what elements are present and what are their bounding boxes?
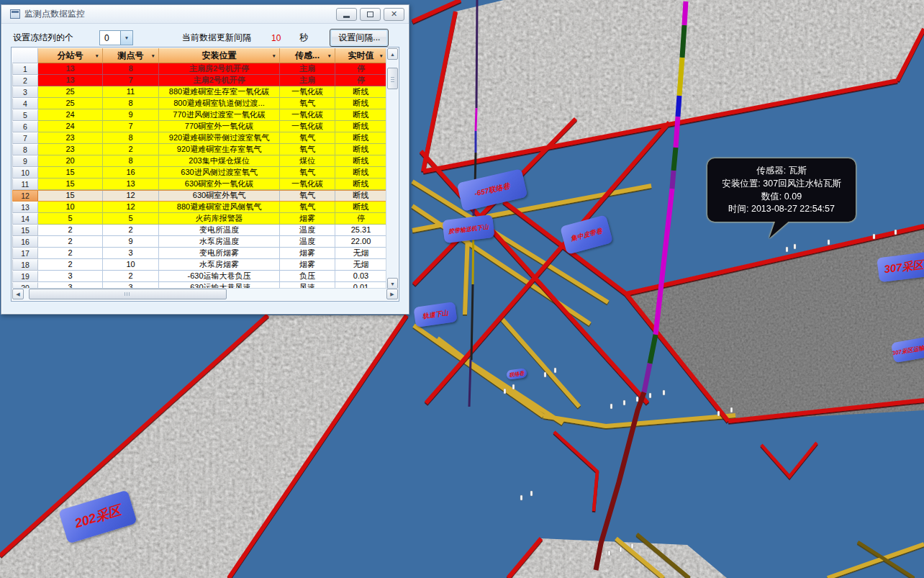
cell-sensor: 煤位 xyxy=(280,155,335,167)
filter-dropdown-icon[interactable]: ▼ xyxy=(379,53,384,58)
table-row[interactable]: 2137主扇2号机开停主扇停 xyxy=(12,75,387,86)
column-header-5[interactable]: 实时值▼ xyxy=(335,48,387,63)
cell-station: 5 xyxy=(38,213,103,225)
column-header-label: 实时值 xyxy=(348,50,374,62)
table-row[interactable]: 6247770硐室外一氧化碳一氧化碳断线 xyxy=(12,121,387,132)
table-row[interactable]: 5249770进风侧过渡室一氧化碳一氧化碳断线 xyxy=(12,109,387,121)
cell-point: 12 xyxy=(103,202,159,213)
horizontal-scrollbar-thumb[interactable] xyxy=(29,289,227,299)
cell-value: 断线 xyxy=(335,121,387,132)
close-button[interactable]: ✕ xyxy=(384,8,404,21)
window-titlebar[interactable]: 监测点数据监控 ✕ xyxy=(1,5,409,24)
cell-location: 变电所温度 xyxy=(159,225,280,236)
column-header-3[interactable]: 安装位置▼ xyxy=(159,48,280,63)
cell-value: 无烟 xyxy=(335,259,387,271)
set-interval-button[interactable]: 设置间隔... xyxy=(330,29,389,47)
column-header-label: 传感... xyxy=(295,50,320,62)
table-row[interactable]: 1455火药库报警器烟雾停 xyxy=(12,213,387,225)
row-number[interactable]: 6 xyxy=(12,121,38,132)
row-number[interactable]: 17 xyxy=(12,248,38,259)
table-body: 1138主扇房2号机开停主扇停2137主扇2号机开停主扇停32511880避难硐… xyxy=(12,63,387,289)
cell-station: 24 xyxy=(38,121,103,132)
cell-sensor: 一氧化碳 xyxy=(280,121,335,132)
table-row[interactable]: 121512630硐室外氧气氧气断线 xyxy=(12,190,387,202)
row-number[interactable]: 18 xyxy=(12,259,38,271)
row-number[interactable]: 2 xyxy=(12,75,38,86)
freeze-columns-label: 设置冻结列的个 xyxy=(13,32,73,44)
row-number[interactable]: 5 xyxy=(12,109,38,121)
table-row[interactable]: 1522变电所温度温度25.31 xyxy=(12,225,387,236)
row-number[interactable]: 10 xyxy=(12,167,38,179)
cell-sensor: 烟雾 xyxy=(280,213,335,225)
maximize-icon xyxy=(367,12,373,17)
cell-location: 203集中煤仓煤位 xyxy=(159,155,280,167)
row-number[interactable]: 3 xyxy=(12,86,38,98)
filter-dropdown-icon[interactable]: ▼ xyxy=(327,53,332,58)
cell-point: 9 xyxy=(103,236,159,248)
combobox-dropdown-button[interactable]: ▼ xyxy=(120,31,132,45)
table-row[interactable]: 1138主扇房2号机开停主扇停 xyxy=(12,63,387,75)
cell-sensor: 氧气 xyxy=(280,132,335,144)
table-row[interactable]: 1723变电所烟雾烟雾无烟 xyxy=(12,248,387,259)
table-row[interactable]: 4258800避难硐室轨道侧过渡...氧气断线 xyxy=(12,98,387,109)
table-row[interactable]: 1932-630运输大巷负压负压0.03 xyxy=(12,271,387,282)
horizontal-scrollbar[interactable]: ◀ ▶ xyxy=(12,288,398,300)
row-number[interactable]: 15 xyxy=(12,225,38,236)
row-number[interactable]: 13 xyxy=(12,202,38,213)
cell-point: 10 xyxy=(103,259,159,271)
cell-location: 770进风侧过渡室一氧化碳 xyxy=(159,109,280,121)
cell-value: 22.00 xyxy=(335,236,387,248)
table-row[interactable]: 111513630硐室外一氧化碳一氧化碳断线 xyxy=(12,179,387,190)
cell-sensor: 温度 xyxy=(280,225,335,236)
table-row[interactable]: 18210水泵房烟雾烟雾无烟 xyxy=(12,259,387,271)
row-number[interactable]: 7 xyxy=(12,132,38,144)
cell-station: 3 xyxy=(38,271,103,282)
maximize-button[interactable] xyxy=(360,8,381,21)
column-header-1[interactable]: 分站号▼ xyxy=(38,48,103,63)
column-header-label: 分站号 xyxy=(58,50,83,62)
row-number[interactable]: 8 xyxy=(12,144,38,155)
cell-station: 23 xyxy=(38,132,103,144)
cell-value: 断线 xyxy=(335,98,387,109)
column-header-2[interactable]: 测点号▼ xyxy=(103,48,159,63)
scroll-up-button[interactable]: ▲ xyxy=(387,48,398,60)
table-row[interactable]: 131012880避难硐室进风侧氧气氧气断线 xyxy=(12,202,387,213)
cell-location: -630运输大巷负压 xyxy=(159,271,280,282)
cell-sensor: 氧气 xyxy=(280,144,335,155)
cell-station: 20 xyxy=(38,155,103,167)
table-row[interactable]: 101516630进风侧过渡室氧气氧气断线 xyxy=(12,167,387,179)
table-row[interactable]: 32511880避难硐室生存室一氧化碳一氧化碳断线 xyxy=(12,86,387,98)
filter-dropdown-icon[interactable]: ▼ xyxy=(151,53,155,58)
vertical-scrollbar[interactable]: ▲ ▼ xyxy=(386,48,398,289)
row-number[interactable]: 14 xyxy=(12,213,38,225)
cell-value: 断线 xyxy=(335,86,387,98)
cell-location: 水泵房温度 xyxy=(159,236,280,248)
cell-value: 25.31 xyxy=(335,225,387,236)
monitor-window: 监测点数据监控 ✕ 设置冻结列的个 0 ▼ 当前数据更新间隔 10 秒 设置间隔… xyxy=(1,4,409,315)
table-row[interactable]: 1629水泵房温度温度22.00 xyxy=(12,236,387,248)
table-row[interactable]: 7238920避难硐胶带侧过渡室氧气氧气断线 xyxy=(12,132,387,144)
column-header-4[interactable]: 传感...▼ xyxy=(280,48,335,63)
cell-point: 12 xyxy=(103,190,159,202)
cell-point: 8 xyxy=(103,98,159,109)
filter-dropdown-icon[interactable]: ▼ xyxy=(272,53,276,58)
freeze-columns-combobox[interactable]: 0 ▼ xyxy=(99,30,133,45)
filter-dropdown-icon[interactable]: ▼ xyxy=(95,53,99,58)
cell-location: 920避难硐室生存室氧气 xyxy=(159,144,280,155)
row-number[interactable]: 16 xyxy=(12,236,38,248)
row-number[interactable]: 4 xyxy=(12,98,38,109)
row-number[interactable]: 11 xyxy=(12,179,38,190)
scroll-right-button[interactable]: ▶ xyxy=(386,289,398,299)
row-number[interactable]: 19 xyxy=(12,271,38,282)
vertical-scrollbar-thumb[interactable] xyxy=(387,68,398,89)
cell-value: 断线 xyxy=(335,202,387,213)
minimize-button[interactable] xyxy=(336,8,357,21)
cell-location: 920避难硐胶带侧过渡室氧气 xyxy=(159,132,280,144)
table-row[interactable]: 8232920避难硐室生存室氧气氧气断线 xyxy=(12,144,387,155)
table-row[interactable]: 9208203集中煤仓煤位煤位断线 xyxy=(12,155,387,167)
cell-station: 15 xyxy=(38,179,103,190)
row-number[interactable]: 12 xyxy=(12,190,38,202)
row-number[interactable]: 9 xyxy=(12,155,38,167)
row-number[interactable]: 1 xyxy=(12,63,38,75)
scroll-left-button[interactable]: ◀ xyxy=(12,289,24,299)
